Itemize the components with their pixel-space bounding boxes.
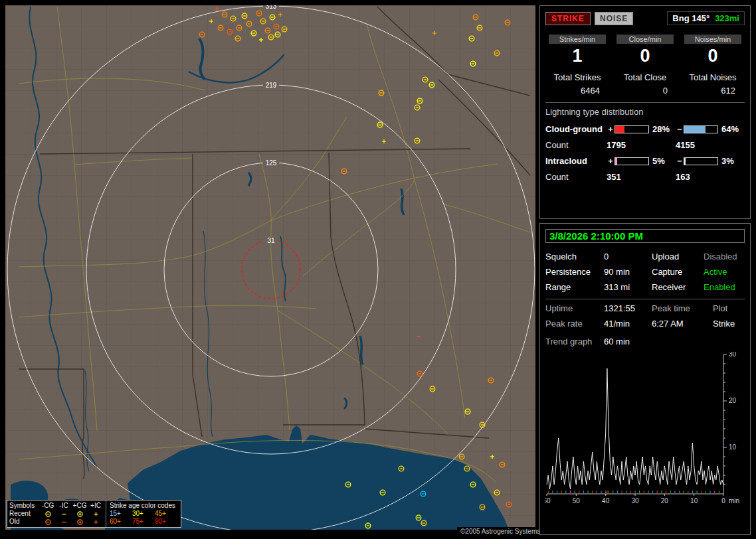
legend-col-neg-ic: -IC	[56, 502, 72, 510]
plot-label: Plot	[713, 303, 745, 313]
peak-time-label: Peak time	[652, 303, 713, 313]
age-30: 30+	[132, 510, 155, 518]
minus-sign: −	[676, 156, 684, 166]
lightning-detector-app: 31321912531 Symbols -CG -IC +CG +IC Rece…	[0, 0, 756, 539]
cg-minus-bar	[684, 125, 718, 133]
age-90: 90+	[155, 518, 177, 526]
range-setting-value: 313 mi	[604, 282, 652, 292]
persistence-label: Persistence	[545, 267, 604, 277]
strikes-per-min-label: Strikes/min	[549, 35, 606, 44]
rate-meters: Strikes/min Close/min Noises/min 1 0 0 T…	[545, 35, 745, 96]
strike-map[interactable]: 31321912531 Symbols -CG -IC +CG +IC Rece…	[5, 5, 535, 530]
ic-minus-pct: 3%	[718, 156, 743, 166]
old-pos-ic-icon	[88, 518, 104, 526]
x-tick-label: 40	[602, 497, 610, 504]
cloud-ground-count-row: Count 1795 4155	[545, 137, 745, 153]
cloud-ground-label: Cloud-ground	[545, 124, 607, 134]
strike-button[interactable]: STRIKE	[545, 12, 591, 25]
strikes-per-min-value: 1	[545, 46, 609, 66]
cg-minus-count: 4155	[676, 140, 745, 150]
divider	[545, 102, 745, 103]
age-45: 45+	[155, 510, 177, 518]
receiver-value: Enabled	[704, 282, 745, 292]
y-tick-label: 20	[729, 397, 737, 404]
total-strikes-label: Total Strikes	[545, 72, 609, 82]
uptime-label: Uptime	[545, 303, 604, 313]
ic-minus-count: 163	[676, 172, 745, 182]
ring-distance-label: 31	[267, 237, 275, 244]
legend-col-neg-cg: -CG	[40, 502, 56, 510]
trend-graph-header: Trend graph 60 min	[545, 337, 745, 346]
noise-button[interactable]: NOISE	[595, 12, 633, 25]
range-value: 323mi	[715, 13, 739, 23]
total-close-value: 0	[613, 86, 677, 96]
cloud-ground-row: Cloud-ground + 28% − 64%	[545, 121, 745, 137]
range-label: Range	[545, 282, 604, 292]
trend-line	[547, 368, 723, 489]
legend-col-pos-ic: +IC	[88, 502, 104, 510]
plus-sign: +	[607, 156, 614, 166]
receiver-label: Receiver	[652, 282, 704, 292]
upload-label: Upload	[652, 252, 704, 262]
noises-per-min-value: 0	[681, 46, 745, 66]
minus-sign: −	[676, 124, 684, 134]
uptime-grid: Uptime 1321:55 Peak time Plot Peak rate …	[545, 303, 745, 329]
y-tick-label: 30	[729, 352, 737, 358]
plus-sign: +	[607, 124, 614, 134]
close-per-min-label: Close/min	[616, 35, 674, 44]
age-75: 75+	[132, 518, 155, 526]
noises-per-min-label: Noises/min	[684, 35, 741, 44]
bearing-range-display: Bng 145° 323mi	[667, 11, 745, 25]
legend-symbols-title: Symbols	[9, 502, 40, 510]
upload-value: Disabled	[704, 252, 745, 262]
cg-minus-pct: 64%	[718, 124, 743, 134]
cg-count-label: Count	[545, 140, 607, 150]
legend-symbols: Symbols -CG -IC +CG +IC Recent Old	[7, 501, 106, 527]
plot-value: Strike	[713, 319, 745, 329]
y-tick-label: 10	[729, 443, 737, 451]
cg-plus-count: 1795	[607, 140, 676, 150]
uptime-value: 1321:55	[604, 303, 652, 313]
peak-time-value: 6:27 AM	[652, 319, 713, 329]
legend-age-codes: Strike age color codes 15+ 30+ 45+ 60+ 7…	[106, 501, 181, 527]
legend-row-recent: Recent	[9, 510, 40, 518]
persistence-value: 90 min	[604, 267, 652, 277]
ic-count-label: Count	[545, 172, 607, 182]
bearing-value: Bng 145°	[672, 13, 709, 23]
legend-row-old: Old	[9, 518, 40, 526]
x-tick-label: 20	[661, 497, 669, 504]
ic-plus-bar	[614, 157, 649, 165]
trend-graph-label: Trend graph	[545, 337, 604, 346]
x-tick-label: 50	[573, 497, 581, 504]
recent-pos-cg-icon	[72, 510, 88, 518]
total-noises-value: 612	[681, 86, 745, 96]
distribution-title: Lightning type distribution	[545, 107, 745, 117]
ring-distance-label: 125	[266, 159, 277, 167]
stats-panel: STRIKE NOISE Bng 145° 323mi Strikes/min …	[539, 5, 751, 219]
total-strikes-value: 6464	[545, 86, 609, 96]
cg-plus-bar	[614, 125, 649, 133]
ring-distance-label: 219	[266, 82, 277, 89]
age-15: 15+	[110, 510, 132, 518]
current-timestamp: 3/8/2026 2:10:00 PM	[545, 229, 745, 243]
total-close-label: Total Close	[613, 72, 677, 82]
map-canvas: 31321912531	[5, 5, 535, 530]
old-neg-cg-icon	[40, 518, 56, 526]
capture-value: Active	[704, 267, 745, 277]
recent-pos-ic-icon	[88, 510, 104, 518]
copyright-notice: ©2005 Astrogenic Systems	[457, 527, 543, 536]
x-tick-label: 0	[721, 497, 725, 504]
total-noises-label: Total Noises	[681, 72, 745, 82]
old-pos-cg-icon	[72, 518, 88, 526]
recent-neg-cg-icon	[40, 510, 56, 518]
capture-label: Capture	[652, 267, 704, 277]
trend-graph: 1020306050403020100min	[545, 352, 745, 523]
ic-plus-pct: 5%	[649, 156, 676, 166]
old-neg-ic-icon	[56, 518, 72, 526]
intracloud-row: Intracloud + 5% − 3%	[545, 153, 745, 169]
x-tick-label: 10	[690, 497, 698, 504]
x-tick-label: 60	[545, 497, 551, 504]
recent-neg-ic-icon	[56, 510, 72, 518]
status-grid: Squelch 0 Upload Disabled Persistence 90…	[545, 252, 745, 292]
age-codes-title: Strike age color codes	[110, 502, 177, 510]
